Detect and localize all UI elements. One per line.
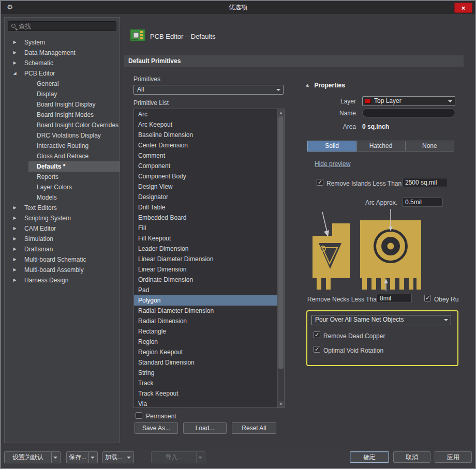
primitive-list-scrollbar[interactable]	[277, 109, 284, 407]
primitive-list-item[interactable]: Rectangle	[134, 326, 277, 337]
name-input[interactable]	[362, 108, 455, 117]
primitive-list-item[interactable]: Polygon	[134, 295, 277, 306]
obey-rule-checkbox[interactable]	[424, 295, 431, 301]
scroll-down-icon[interactable]	[278, 401, 284, 407]
tree-item[interactable]: Harness Design	[5, 275, 120, 285]
primitive-list-item[interactable]: Leader Dimension	[134, 244, 277, 254]
load-dropdown-button[interactable]	[125, 451, 134, 463]
tree-item[interactable]: Multi-board Assembly	[5, 265, 120, 275]
primitive-list-item[interactable]: Arc Keepout	[134, 119, 277, 130]
tree-expand-icon[interactable]	[11, 37, 18, 48]
tree-item[interactable]: Reports	[5, 172, 120, 182]
primitive-list[interactable]: ArcArc KeepoutBaseline DimensionCenter D…	[133, 109, 285, 408]
tree-item[interactable]: Text Editors	[5, 203, 120, 213]
primitive-list-item[interactable]: Component	[134, 161, 277, 171]
footer-load-button[interactable]: 加载...	[102, 451, 125, 463]
import-dropdown-button[interactable]	[197, 451, 205, 463]
tree-item[interactable]: Schematic	[5, 58, 120, 68]
tree-item[interactable]: System	[5, 37, 120, 48]
tree-item[interactable]: Data Management	[5, 48, 120, 58]
tree-item[interactable]: Simulation	[5, 234, 120, 244]
close-button[interactable]	[454, 3, 472, 13]
tree-expand-icon[interactable]	[11, 254, 18, 265]
tree-item[interactable]: Board Insight Display	[5, 99, 120, 110]
apply-button[interactable]: 应用	[435, 451, 472, 463]
tree-expand-icon[interactable]	[11, 203, 18, 213]
remove-islands-checkbox[interactable]	[317, 179, 323, 186]
primitive-list-item[interactable]: Design View	[134, 181, 277, 192]
fill-mode-button[interactable]: Hatched	[356, 141, 405, 152]
cancel-button[interactable]: 取消	[393, 451, 430, 463]
tree-expand-icon[interactable]	[11, 48, 18, 58]
fill-mode-button[interactable]: None	[405, 141, 454, 152]
tree-item[interactable]: Board Insight Modes	[5, 110, 120, 120]
tree-expand-icon[interactable]	[11, 265, 18, 275]
primitive-list-item[interactable]: Embedded Board	[134, 213, 277, 223]
set-default-button[interactable]: 设置为默认	[4, 451, 52, 463]
tree-item[interactable]: Defaults *	[5, 161, 120, 172]
primitives-filter-dropdown[interactable]: All	[133, 85, 284, 95]
primitive-list-item[interactable]: Ordinate Dimension	[134, 275, 277, 285]
primitive-list-item[interactable]: Arc	[134, 109, 277, 119]
tree-item[interactable]: Board Insight Color Overrides	[5, 120, 120, 130]
primitive-list-item[interactable]: Component Body	[134, 171, 277, 181]
primitive-list-item[interactable]: Track Keepout	[134, 388, 277, 399]
footer-save-button[interactable]: 保存...	[66, 451, 89, 463]
primitive-list-item[interactable]: Standard Dimension	[134, 357, 277, 368]
tree-item[interactable]: PCB Editor	[5, 68, 120, 79]
set-default-dropdown-button[interactable]	[52, 451, 61, 463]
tree-expand-icon[interactable]	[11, 244, 18, 254]
primitive-list-item[interactable]: Center Dimension	[134, 140, 277, 150]
hide-preview-link[interactable]: Hide preview	[315, 160, 350, 168]
tree-item[interactable]: Gloss And Retrace	[5, 151, 120, 161]
tree-item[interactable]: Multi-board Schematic	[5, 254, 120, 265]
tree-item[interactable]: Scripting System	[5, 213, 120, 223]
load-button[interactable]: Load...	[183, 422, 227, 434]
primitive-list-item[interactable]: Baseline Dimension	[134, 130, 277, 140]
tree-expand-icon[interactable]	[11, 213, 18, 223]
tree-expand-icon[interactable]	[11, 68, 18, 79]
primitive-list-item[interactable]: Linear Diameter Dimension	[134, 254, 277, 264]
arc-approx-input[interactable]: 0.5mil	[402, 198, 443, 207]
pour-over-dropdown[interactable]: Pour Over All Same Net Objects	[311, 315, 451, 325]
optimal-void-rotation-checkbox[interactable]	[314, 346, 320, 353]
fill-mode-button[interactable]: Solid	[307, 141, 356, 152]
primitive-list-item[interactable]: Region Keepout	[134, 347, 277, 357]
tree-expand-icon[interactable]	[11, 223, 18, 234]
tree-item[interactable]: General	[5, 79, 120, 89]
search-input[interactable]	[19, 22, 115, 31]
primitive-list-item[interactable]: Region	[134, 337, 277, 347]
primitive-list-item[interactable]: Designator	[134, 192, 277, 202]
primitive-list-item[interactable]: Linear Dimension	[134, 264, 277, 275]
primitive-list-item[interactable]: Drill Table	[134, 202, 277, 213]
primitive-list-item[interactable]: Comment	[134, 150, 277, 161]
primitive-list-item[interactable]: Pad	[134, 285, 277, 295]
tree-item[interactable]: Interactive Routing	[5, 141, 120, 151]
import-button[interactable]: 导入...	[151, 451, 197, 463]
primitive-list-item[interactable]: Fill Keepout	[134, 233, 277, 244]
ok-button[interactable]: 确定	[350, 451, 389, 463]
remove-dead-copper-checkbox[interactable]	[314, 331, 320, 338]
primitive-list-item[interactable]: Radial Dimension	[134, 316, 277, 326]
permanent-checkbox[interactable]	[136, 412, 142, 419]
search-box[interactable]	[8, 21, 116, 31]
scroll-up-icon[interactable]	[278, 109, 284, 116]
reset-all-button[interactable]: Reset All	[232, 422, 276, 434]
primitive-list-item[interactable]: Via	[134, 399, 277, 408]
tree-item[interactable]: Display	[5, 89, 120, 99]
tree-item[interactable]: Layer Colors	[5, 182, 120, 192]
scrollbar-thumb[interactable]	[278, 116, 284, 369]
save-dropdown-button[interactable]	[89, 451, 98, 463]
remove-necks-input[interactable]: 8mil	[377, 294, 412, 303]
properties-section-header[interactable]: Properties	[306, 82, 345, 89]
remove-islands-input[interactable]: 2500 sq.mil	[402, 178, 448, 187]
primitive-list-item[interactable]: Radial Diameter Dimension	[134, 306, 277, 316]
tree-expand-icon[interactable]	[11, 234, 18, 244]
tree-item[interactable]: Models	[5, 192, 120, 203]
layer-dropdown[interactable]: Top Layer	[362, 96, 455, 106]
tree-expand-icon[interactable]	[11, 275, 18, 285]
primitive-list-item[interactable]: Track	[134, 378, 277, 388]
tree-item[interactable]: DRC Violations Display	[5, 130, 120, 141]
tree-item[interactable]: Draftsman	[5, 244, 120, 254]
tree-item[interactable]: CAM Editor	[5, 223, 120, 234]
